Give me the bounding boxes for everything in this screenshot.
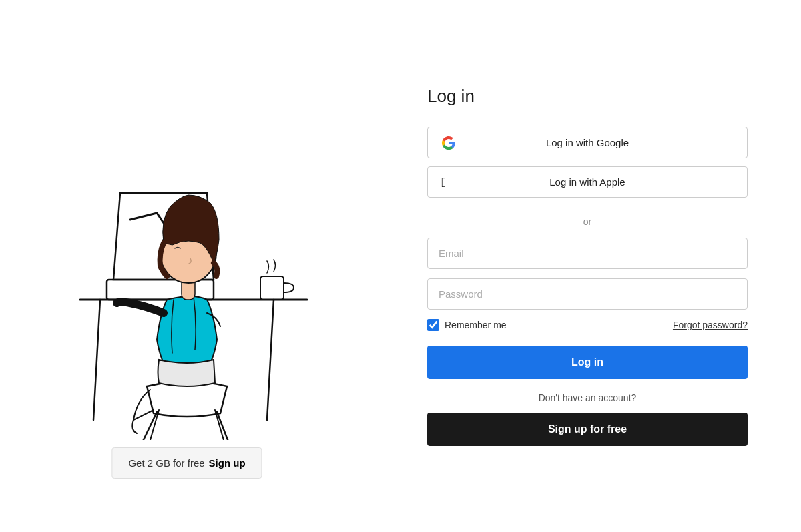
apple-login-button[interactable]:  Log in with Apple <box>427 166 748 198</box>
divider-line-left <box>427 222 575 222</box>
svg-line-4 <box>130 213 157 220</box>
google-login-button[interactable]: Log in with Google <box>427 127 748 158</box>
forgot-password-link[interactable]: Forgot password? <box>673 320 748 330</box>
google-icon <box>441 136 456 150</box>
google-btn-label: Log in with Google <box>441 137 734 148</box>
password-input[interactable] <box>427 278 748 310</box>
divider: or <box>427 216 748 227</box>
svg-rect-8 <box>260 276 284 300</box>
email-input[interactable] <box>427 238 748 269</box>
remember-me-text: Remember me <box>445 320 507 330</box>
login-button[interactable]: Log in <box>427 346 748 379</box>
apple-icon:  <box>441 176 446 189</box>
page-title: Log in <box>427 86 748 107</box>
signup-link[interactable]: Sign up <box>209 457 246 469</box>
apple-btn-label: Log in with Apple <box>441 176 734 188</box>
signup-free-button[interactable]: Sign up for free <box>427 413 748 446</box>
divider-line-right <box>599 222 748 222</box>
svg-line-1 <box>93 300 100 420</box>
remember-me-label[interactable]: Remember me <box>427 319 507 331</box>
remember-me-checkbox[interactable] <box>427 319 439 331</box>
options-row: Remember me Forgot password? <box>427 319 748 331</box>
svg-line-2 <box>267 300 274 420</box>
signup-banner: Get 2 GB for free Sign up <box>111 447 262 479</box>
left-panel: Get 2 GB for free Sign up <box>0 0 374 532</box>
no-account-text: Don't have an account? <box>427 392 748 403</box>
signup-banner-text: Get 2 GB for free <box>128 457 204 469</box>
illustration <box>60 73 314 440</box>
divider-text: or <box>583 216 591 227</box>
right-panel: Log in Log in with Google  Log in with … <box>374 0 801 532</box>
